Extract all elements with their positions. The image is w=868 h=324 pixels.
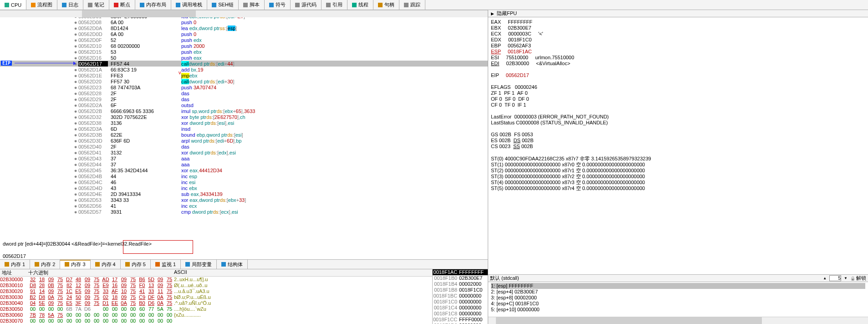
disasm-row[interactable]: ●00562D1Av66:83C3 19add bx,19 — [0, 67, 488, 72]
disasm-row[interactable]: ●00562D32302D 7075622Exor byte ptr ds:[2… — [0, 114, 488, 120]
arg-row[interactable]: 4: [esp+C] 0018F1C0 — [491, 301, 865, 307]
disasm-hscroll[interactable] — [0, 10, 488, 17]
caret-right-icon[interactable]: ▶ — [491, 11, 494, 16]
tab-bp[interactable]: 断点 — [109, 0, 135, 10]
tab-cpu[interactable]: CPU — [0, 0, 26, 10]
breakpoint-dot[interactable]: ● — [73, 103, 78, 108]
disasm-row[interactable]: ●00562D5641inc ecx — [0, 203, 488, 209]
breakpoint-dot[interactable]: ● — [73, 91, 78, 96]
breakpoint-dot[interactable]: ● — [73, 67, 78, 72]
args-hscroll[interactable] — [488, 317, 868, 324]
stack-row[interactable]: 0018F1B002B300E7 — [433, 275, 488, 281]
dump-tab[interactable]: 内存 2 — [30, 260, 60, 269]
dump-tab[interactable]: 内存 3 — [60, 260, 90, 269]
disasm-row[interactable]: ●00562D2368 7474703Apush 3A707474 — [0, 84, 488, 90]
disassembly-view[interactable]: EIP ●00562D018D9F E7000000lea ebx,dword … — [0, 10, 488, 240]
tab-mem[interactable]: 内存布局 — [135, 0, 171, 10]
dump-row[interactable]: 02B3000032180975D7480975AD170975B65D0975… — [0, 277, 432, 283]
param-count-up[interactable]: ▲ — [823, 276, 827, 280]
dump-tab[interactable]: 结构体 — [217, 260, 248, 269]
dump-tab[interactable]: 内存 1 — [0, 260, 30, 269]
tab-hnd[interactable]: 句柄 — [373, 0, 399, 10]
breakpoint-dot[interactable]: ● — [73, 73, 78, 78]
dump-row[interactable]: 02B300607B785A75000000000000000000000000… — [0, 312, 432, 318]
breakpoint-dot[interactable]: ● — [73, 162, 78, 167]
breakpoint-dot[interactable]: ● — [73, 37, 78, 43]
stack-row[interactable]: 0018F1ACFFFFFFFF — [433, 269, 488, 275]
disasm-row[interactable]: ●00562D1553push ebx — [0, 49, 488, 55]
disasm-row[interactable]: ●00562D533343 33xor eax,dword ptr ds:[eb… — [0, 197, 488, 203]
breakpoint-dot[interactable]: ● — [73, 49, 78, 55]
disasm-row[interactable]: ●00562D383136xor dword ptr ds:[esi],esi — [0, 120, 488, 126]
disasm-row[interactable]: ●00562D282Fdas — [0, 90, 488, 96]
param-count-input[interactable] — [829, 275, 841, 281]
dump-tab[interactable]: 内存 5 — [121, 260, 151, 269]
dump-tab[interactable]: 内存 4 — [91, 260, 121, 269]
dump-row[interactable]: 02B30040045E0975E53F0975D1EE0A75B0D60A75… — [0, 300, 432, 306]
arg-row[interactable]: 2: [esp+4] 02B300E7 — [491, 289, 865, 295]
stack-row[interactable]: 0018F1C800000000 — [433, 311, 488, 317]
disasm-row[interactable]: ●00562D0A8D1424lea edx,dword ptr ss:[esp… — [0, 25, 488, 31]
dump-view[interactable]: 02B3000032180975D7480975AD170975B65D0975… — [0, 277, 432, 324]
stack-row[interactable]: 0018F1CCFFFF0000 — [433, 317, 488, 323]
breakpoint-dot[interactable]: ● — [73, 209, 78, 215]
disasm-row[interactable]: ●00562D0F52push edx — [0, 37, 488, 43]
breakpoint-dot[interactable]: ● — [73, 197, 78, 203]
disasm-row[interactable]: ●00562D2A6Foutsd — [0, 102, 488, 108]
stack-row[interactable]: 0018F1B80018F1C0 — [433, 287, 488, 293]
stack-row[interactable]: 0018F1C400000000 — [433, 305, 488, 311]
disasm-row[interactable]: ●00562D3B622Ebound ebp,qword ptr ds:[esi… — [0, 132, 488, 138]
tab-note[interactable]: 笔记 — [83, 0, 109, 10]
dump-row[interactable]: 02B30020911409751CE5097533AF107541331175… — [0, 288, 432, 294]
disasm-row[interactable]: ●00562D4437aaa — [0, 161, 488, 167]
unlock-button[interactable]: 解锁 — [850, 275, 866, 282]
disasm-row[interactable]: ●00562D1068 00200000push 2000 — [0, 43, 488, 49]
tab-src[interactable]: 源代码 — [291, 0, 322, 10]
breakpoint-dot[interactable]: ● — [73, 180, 78, 185]
breakpoint-dot[interactable]: ● — [73, 132, 78, 138]
disasm-row[interactable]: ●00562D086A 00push 0 — [0, 19, 488, 25]
tab-sym[interactable]: 符号 — [265, 0, 291, 10]
disasm-row[interactable]: ●00562D4337aaa — [0, 155, 488, 161]
breakpoint-dot[interactable]: ● — [73, 150, 78, 155]
breakpoint-dot[interactable]: ● — [73, 156, 78, 161]
disasm-row[interactable]: ●00562D4D43inc ebx — [0, 185, 488, 191]
breakpoint-dot[interactable]: ● — [73, 114, 78, 120]
tab-seh[interactable]: SEH链 — [207, 0, 239, 10]
tab-log[interactable]: 日志 — [57, 0, 83, 10]
tab-script[interactable]: 脚本 — [239, 0, 265, 10]
breakpoint-dot[interactable]: ● — [73, 168, 78, 173]
breakpoint-dot[interactable]: ● — [73, 144, 78, 149]
breakpoint-dot[interactable]: ● — [73, 43, 78, 49]
disasm-row[interactable]: ●00562D4C46inc esi — [0, 179, 488, 185]
stack-row[interactable]: 0018F1B400002000 — [433, 281, 488, 287]
disasm-row[interactable]: ●00562D2B6666:6963 65 3336imul sp,word p… — [0, 108, 488, 114]
tab-stack[interactable]: 调用堆栈 — [171, 0, 207, 10]
disasm-row[interactable]: ●00562D4536:35 342D4144xor eax,44412D34 — [0, 167, 488, 173]
disasm-row[interactable]: ●00562D413132xor dword ptr ds:[edx],esi — [0, 149, 488, 155]
hide-fpu-button[interactable]: 隐藏FPU — [497, 10, 517, 17]
disasm-row[interactable]: ●00562D573931cmp dword ptr ds:[ecx],esi — [0, 209, 488, 215]
disasm-row[interactable]: ●00562D402Fdas — [0, 144, 488, 149]
dump-row[interactable]: 02B30050000000006B7AD60000000060775A75..… — [0, 306, 432, 312]
dump-row[interactable]: 02B3007000000000000000000000000000000000 — [0, 318, 432, 324]
dump-tab[interactable]: 监视 1 — [151, 260, 181, 269]
args-view[interactable]: 1: [esp] FFFFFFFF2: [esp+4] 02B300E73: [… — [488, 282, 868, 317]
tab-flow[interactable]: 流程图 — [26, 0, 57, 10]
breakpoint-dot[interactable]: ● — [73, 126, 78, 132]
breakpoint-dot[interactable]: ● — [73, 55, 78, 61]
stack-row[interactable]: 0018F1BC00000000 — [433, 293, 488, 299]
disasm-row[interactable]: ●00562D4E2D 39413334sub eax,34334139 — [0, 191, 488, 197]
tab-trace[interactable]: 跟踪 — [399, 0, 425, 10]
breakpoint-dot[interactable]: ● — [73, 85, 78, 90]
arg-row[interactable]: 1: [esp] FFFFFFFF — [491, 283, 865, 289]
breakpoint-dot[interactable]: ● — [73, 191, 78, 197]
disasm-row[interactable]: ●00562D20FF57 30call dword ptr ds:[edi+3… — [0, 78, 488, 84]
calling-convention[interactable]: 默认 (stdcall) — [490, 275, 519, 282]
arg-row[interactable]: 5: [esp+10] 00000000 — [491, 307, 865, 313]
stack-row[interactable]: 0018F1C000000000 — [433, 299, 488, 305]
breakpoint-dot[interactable]: ● — [73, 138, 78, 144]
disasm-row[interactable]: ●00562D3D636F 6Darpl word ptr ds:[edi+6D… — [0, 138, 488, 144]
disasm-row[interactable]: ●00562D0D6A 00push 0 — [0, 31, 488, 37]
breakpoint-dot[interactable]: ● — [73, 174, 78, 179]
